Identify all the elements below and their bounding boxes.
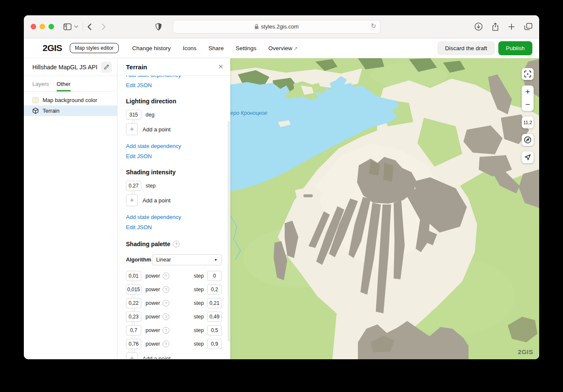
zoom-window-button[interactable] bbox=[49, 24, 54, 29]
edit-json-link[interactable]: Edit JSON bbox=[126, 224, 222, 230]
close-window-button[interactable] bbox=[31, 24, 36, 29]
map-watermark: 2GIS bbox=[518, 348, 533, 355]
add-state-dependency-link[interactable]: Add state dependency bbox=[126, 143, 222, 149]
list-item-terrain[interactable]: Terrain bbox=[24, 105, 117, 116]
point-connector bbox=[132, 308, 134, 312]
palette-row: power ? step bbox=[126, 339, 222, 349]
help-icon[interactable]: ? bbox=[163, 300, 169, 307]
step-input[interactable] bbox=[207, 339, 222, 349]
nav-icons[interactable]: Icons bbox=[183, 45, 196, 51]
power-input[interactable] bbox=[126, 298, 141, 308]
sidebar-toggle-icon[interactable] bbox=[63, 23, 71, 30]
sidebar-tabs: Layers Other bbox=[24, 76, 117, 92]
compass-button[interactable] bbox=[522, 134, 534, 146]
style-title[interactable]: Hillshade MapGL JS API bbox=[32, 64, 101, 71]
share-icon[interactable] bbox=[492, 23, 499, 31]
add-state-dependency-link[interactable]: Add state dependency bbox=[126, 214, 222, 220]
algorithm-select[interactable]: Linear ▼ bbox=[152, 254, 222, 265]
lake-label: озеро Кроноцкое bbox=[230, 110, 267, 116]
help-icon[interactable]: ? bbox=[163, 286, 169, 293]
point-connector bbox=[132, 120, 134, 123]
step-input[interactable] bbox=[207, 271, 222, 281]
list-item-map-background-color[interactable]: Map background color bbox=[24, 95, 117, 105]
power-input[interactable] bbox=[126, 284, 141, 295]
add-point-row[interactable]: + Add a point bbox=[126, 123, 222, 135]
downloads-icon[interactable] bbox=[474, 23, 483, 31]
address-bar[interactable]: styles.2gis.com ↻ bbox=[173, 20, 380, 34]
pencil-icon bbox=[104, 64, 109, 70]
add-point-button[interactable]: + bbox=[126, 352, 138, 359]
point-connector bbox=[132, 322, 134, 325]
unit-label: deg bbox=[146, 112, 154, 118]
step-input[interactable] bbox=[207, 284, 222, 295]
shading-intensity-input[interactable] bbox=[126, 181, 141, 191]
back-icon[interactable] bbox=[87, 23, 91, 30]
edit-json-link[interactable]: Edit JSON bbox=[126, 82, 222, 88]
tab-other[interactable]: Other bbox=[57, 76, 71, 91]
nav-change-history[interactable]: Change history bbox=[132, 45, 171, 51]
point-connector bbox=[132, 295, 134, 298]
zoom-in-button[interactable]: + bbox=[522, 85, 534, 98]
tab-layers[interactable]: Layers bbox=[32, 76, 49, 91]
panel-title: Terrain bbox=[126, 63, 218, 71]
new-tab-icon[interactable] bbox=[508, 23, 515, 30]
nav-overview[interactable]: Overview↗ bbox=[268, 45, 297, 51]
chevron-down-icon: ▼ bbox=[214, 258, 217, 262]
tab-overview-icon[interactable] bbox=[524, 23, 532, 30]
add-point-row[interactable]: + Add a point bbox=[126, 352, 222, 359]
palette-row: power ? step bbox=[126, 325, 222, 335]
add-state-dependency-link[interactable]: Add state dependency bbox=[126, 76, 222, 78]
help-icon[interactable]: ? bbox=[163, 273, 169, 279]
help-icon[interactable]: ? bbox=[163, 341, 169, 347]
help-icon[interactable]: ? bbox=[173, 241, 180, 247]
fullscreen-button[interactable] bbox=[522, 68, 534, 80]
fullscreen-icon bbox=[524, 71, 531, 77]
power-input[interactable] bbox=[126, 325, 141, 335]
step-input[interactable] bbox=[207, 325, 222, 335]
close-icon[interactable]: ✕ bbox=[218, 63, 223, 71]
add-point-row[interactable]: + Add a point bbox=[126, 194, 222, 206]
minimize-window-button[interactable] bbox=[40, 24, 45, 29]
help-icon[interactable]: ? bbox=[163, 313, 169, 320]
sidebar-chevron-down-icon[interactable] bbox=[74, 25, 78, 28]
discard-draft-button[interactable]: Discard the draft bbox=[437, 41, 495, 55]
power-input[interactable] bbox=[126, 271, 141, 281]
map-canvas[interactable]: озеро Кроноцкое bbox=[230, 58, 539, 359]
lighting-direction-heading: Lighting direction bbox=[126, 98, 222, 105]
map-controls: + − 11,2 bbox=[522, 68, 534, 169]
forward-icon[interactable] bbox=[102, 23, 106, 30]
traffic-lights bbox=[31, 24, 54, 29]
zoom-out-button[interactable]: − bbox=[522, 98, 534, 111]
privacy-shield-icon[interactable] bbox=[155, 23, 162, 31]
palette-row: power ? step bbox=[126, 312, 222, 322]
edit-title-button[interactable] bbox=[101, 62, 112, 73]
2gis-logo[interactable]: 2GIS bbox=[43, 43, 62, 53]
help-icon[interactable]: ? bbox=[163, 327, 169, 334]
point-connector bbox=[132, 349, 134, 352]
power-input[interactable] bbox=[126, 339, 141, 349]
reload-icon[interactable]: ↻ bbox=[371, 22, 376, 30]
locate-button[interactable] bbox=[522, 151, 534, 163]
palette-row: power ? step bbox=[126, 298, 222, 308]
point-connector bbox=[132, 281, 134, 284]
edit-json-link[interactable]: Edit JSON bbox=[126, 153, 222, 159]
step-input[interactable] bbox=[207, 298, 222, 308]
nav-settings[interactable]: Settings bbox=[236, 45, 257, 51]
step-input[interactable] bbox=[207, 312, 222, 322]
palette-row: power ? step bbox=[126, 284, 222, 295]
terrain-panel: Terrain ✕ Add state dependency Edit JSON… bbox=[117, 58, 230, 359]
unit-label: step bbox=[146, 183, 156, 189]
zoom-level-indicator[interactable]: 11,2 bbox=[522, 116, 534, 128]
add-point-button[interactable]: + bbox=[126, 194, 138, 206]
lighting-direction-input[interactable] bbox=[126, 110, 141, 120]
nav-share[interactable]: Share bbox=[209, 45, 224, 51]
power-input[interactable] bbox=[126, 312, 141, 322]
panel-scroll-area[interactable]: Add state dependency Edit JSON Lighting … bbox=[117, 76, 230, 359]
add-point-button[interactable]: + bbox=[126, 123, 138, 135]
algorithm-label: Algorithm bbox=[126, 257, 152, 263]
shading-intensity-heading: Shading intensity bbox=[126, 169, 222, 176]
compass-icon bbox=[524, 136, 532, 144]
browser-toolbar: styles.2gis.com ↻ bbox=[24, 15, 539, 38]
publish-button[interactable]: Publish bbox=[498, 41, 532, 55]
panel-scrollbar[interactable] bbox=[228, 121, 230, 341]
